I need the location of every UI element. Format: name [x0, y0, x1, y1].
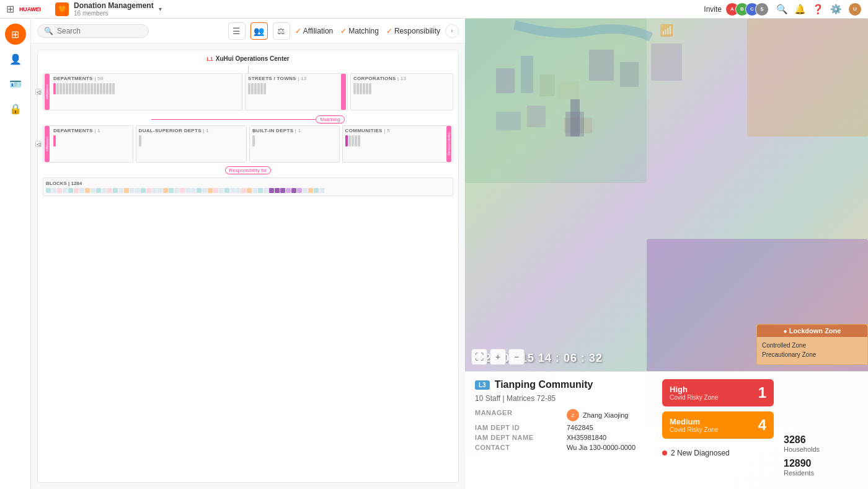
block-cell[interactable] — [197, 188, 202, 193]
block-cell[interactable] — [202, 188, 207, 193]
block-cell[interactable] — [79, 188, 84, 193]
high-risk-card[interactable]: High Covid Risky Zone 1 — [662, 379, 774, 406]
bell-icon[interactable]: 🔔 — [794, 4, 806, 15]
block-cell[interactable] — [124, 188, 129, 193]
block-cell[interactable] — [191, 188, 196, 193]
block-cell-purple[interactable] — [280, 188, 285, 193]
block-cell[interactable] — [241, 188, 246, 193]
block-cell[interactable] — [51, 188, 56, 193]
zoom-out-button[interactable]: − — [508, 349, 525, 365]
block-cell[interactable] — [185, 188, 190, 193]
block-cell[interactable] — [180, 188, 185, 193]
block-cell[interactable] — [63, 188, 68, 193]
dept-vertical-bar: Affiliation — [45, 74, 50, 110]
sidebar-item-id[interactable]: 🪪 — [5, 73, 26, 94]
block-cell[interactable] — [230, 188, 235, 193]
block-cell[interactable] — [57, 188, 62, 193]
collapse-arrow-up[interactable]: ◁ — [35, 89, 42, 95]
block-cell[interactable] — [319, 188, 324, 193]
block-cell[interactable] — [258, 188, 263, 193]
left-collapse[interactable]: ◁ — [35, 89, 42, 95]
filter-button[interactable]: ⚖ — [273, 22, 290, 40]
block-cell-light-purple[interactable] — [297, 188, 302, 193]
dual-superior-header: DUAL-SUPERIOR DEPTS | 1 — [139, 128, 244, 133]
sidebar-item-users[interactable]: 👤 — [5, 48, 26, 70]
org-view-button[interactable]: 👥 — [250, 22, 268, 40]
block-cell[interactable] — [308, 188, 313, 193]
block-cell[interactable] — [208, 188, 213, 193]
block-cell[interactable] — [169, 188, 174, 193]
block-cell[interactable] — [174, 188, 179, 193]
block-cell-purple[interactable] — [269, 188, 274, 193]
root-level-badge: L1 — [206, 56, 213, 62]
block-cell[interactable] — [107, 188, 112, 193]
block-cell[interactable] — [163, 188, 168, 193]
block-cell[interactable] — [130, 188, 135, 193]
high-risk-sublabel: Covid Risky Zone — [670, 394, 718, 401]
block-cell[interactable] — [96, 188, 101, 193]
right-panel: 📶 2022-07-15 14 : 06 : 32 ⛶ + − ● Lockdo… — [465, 19, 868, 489]
block-cell[interactable] — [303, 188, 308, 193]
block-cell[interactable] — [113, 188, 118, 193]
block-cell[interactable] — [118, 188, 123, 193]
diagnose-row: 2 New Diagnosed — [662, 449, 774, 457]
list-view-button[interactable]: ☰ — [228, 22, 246, 40]
block-cell[interactable] — [91, 188, 95, 193]
sidebar-item-lock[interactable]: 🔒 — [5, 98, 26, 119]
header-action-icons: 🔍 🔔 ❓ ⚙️ U — [776, 2, 862, 16]
grid-icon[interactable]: ⊞ — [6, 3, 14, 15]
block-cell[interactable] — [74, 188, 79, 193]
block-cell[interactable] — [46, 188, 51, 193]
block-cell[interactable] — [236, 188, 241, 193]
toolbar: 🔍 ☰ 👥 ⚖ ✓ Affiliation ✓ Matching — [31, 19, 465, 43]
user-avatar[interactable]: U — [848, 2, 862, 16]
sub-departments-box: Affiliation DEPARTMENTS | 1 — [43, 125, 133, 163]
settings-icon[interactable]: ⚙️ — [830, 4, 842, 15]
filter-options: ✓ Affiliation ✓ Matching ✓ Responsibilit… — [295, 27, 440, 35]
block-cell[interactable] — [141, 188, 146, 193]
help-icon[interactable]: ❓ — [812, 4, 824, 15]
search-input[interactable] — [57, 27, 138, 35]
block-cell[interactable] — [152, 188, 157, 193]
zoom-in-button[interactable]: + — [490, 349, 506, 365]
left-collapse-2[interactable]: ◁ — [35, 141, 42, 147]
svg-rect-6 — [620, 62, 639, 87]
info-panel: L3 Tianping Community 10 Staff | Matrice… — [465, 371, 868, 489]
collapse-arrow-2[interactable]: ◁ — [35, 141, 42, 147]
dropdown-icon[interactable]: ▾ — [159, 6, 162, 12]
diagnose-dot — [662, 451, 667, 455]
residents-label: Residents — [784, 469, 858, 477]
dual-dots — [139, 135, 244, 146]
block-cell[interactable] — [146, 188, 151, 193]
block-cell[interactable] — [224, 188, 229, 193]
block-cell[interactable] — [85, 188, 90, 193]
block-cell[interactable] — [247, 188, 252, 193]
affiliation-filter[interactable]: ✓ Affiliation — [295, 27, 333, 35]
block-cell[interactable] — [102, 188, 107, 193]
matching-filter[interactable]: ✓ Matching — [340, 27, 379, 35]
expand-filter-button[interactable]: › — [445, 24, 459, 38]
block-cell[interactable] — [157, 188, 162, 193]
block-cell-purple[interactable] — [275, 188, 280, 193]
block-cell[interactable] — [213, 188, 218, 193]
stats-column: 3286 Households 12890 Residents — [784, 379, 858, 482]
block-cell[interactable] — [314, 188, 319, 193]
search-box[interactable]: 🔍 — [37, 24, 149, 38]
communities-dots — [345, 135, 450, 146]
search-header-icon[interactable]: 🔍 — [776, 4, 788, 15]
block-cell[interactable] — [68, 188, 73, 193]
responsibility-filter[interactable]: ✓ Responsibility — [386, 27, 440, 35]
dept-dot-1[interactable] — [56, 83, 59, 94]
block-cell[interactable] — [252, 188, 257, 193]
medium-risk-sublabel: Covid Risky Zone — [670, 426, 718, 433]
dept-dot-selected[interactable] — [53, 83, 56, 94]
block-cell[interactable] — [135, 188, 140, 193]
block-cell-purple[interactable] — [291, 188, 296, 193]
block-cell[interactable] — [219, 188, 224, 193]
sidebar-item-home[interactable]: ⊞ — [5, 24, 26, 45]
medium-risk-card[interactable]: Medium Covid Risky Zone 4 — [662, 411, 774, 439]
block-cell-light-purple[interactable] — [286, 188, 291, 193]
fullscreen-button[interactable]: ⛶ — [471, 349, 487, 365]
block-cell[interactable] — [264, 188, 268, 193]
invite-button[interactable]: Invite — [704, 5, 722, 14]
